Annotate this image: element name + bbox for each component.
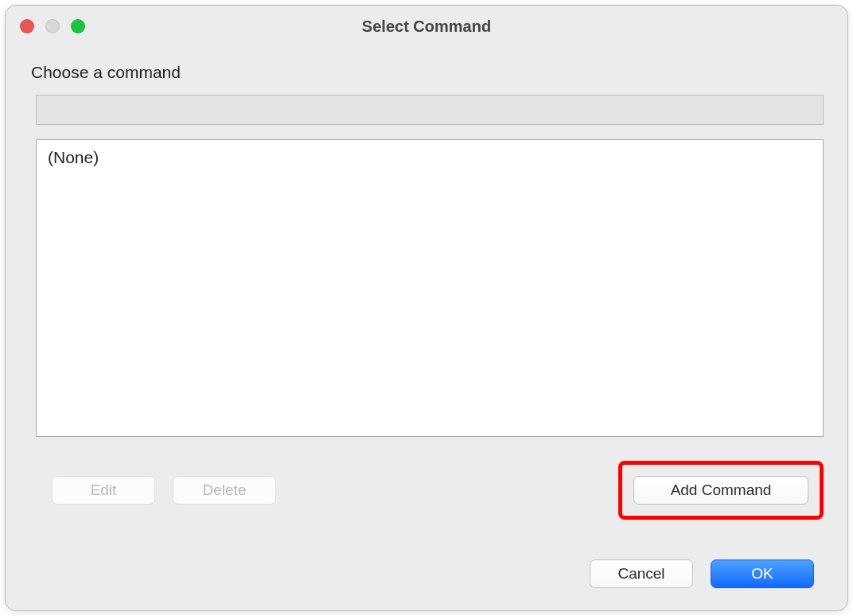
close-icon[interactable] — [20, 19, 34, 33]
titlebar: Select Command — [6, 6, 847, 47]
dialog-window: Select Command Choose a command (None) E… — [5, 5, 848, 611]
command-listbox[interactable]: (None) — [36, 139, 824, 437]
edit-button: Edit — [52, 476, 155, 505]
window-title: Select Command — [6, 18, 847, 36]
list-item[interactable]: (None) — [37, 140, 823, 175]
selection-display — [36, 95, 824, 125]
minimize-icon — [45, 19, 60, 33]
delete-button: Delete — [173, 476, 276, 505]
cancel-button[interactable]: Cancel — [590, 559, 693, 588]
action-button-row: Edit Delete Add Command — [52, 461, 824, 520]
dialog-footer: Cancel OK — [29, 559, 824, 595]
traffic-lights — [20, 19, 85, 33]
highlight-annotation: Add Command — [618, 461, 824, 520]
maximize-icon[interactable] — [71, 19, 85, 33]
choose-command-label: Choose a command — [29, 63, 824, 82]
dialog-content: Choose a command (None) Edit Delete Add … — [6, 47, 847, 610]
ok-button[interactable]: OK — [711, 559, 814, 588]
add-command-button[interactable]: Add Command — [633, 476, 808, 505]
